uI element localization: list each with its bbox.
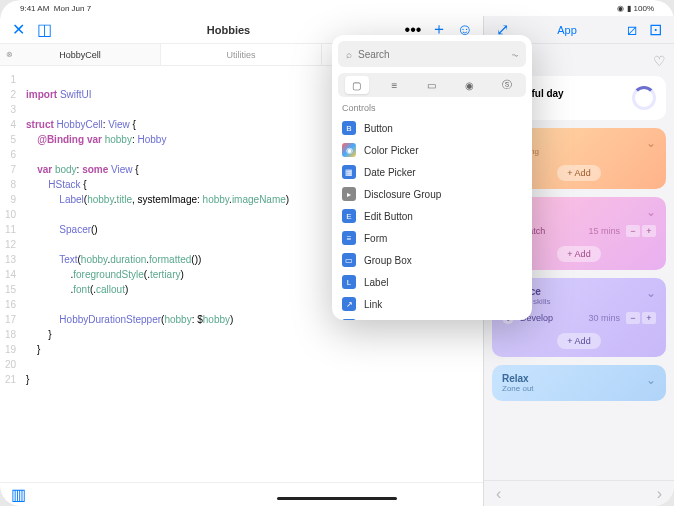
control-icon: ≡ <box>342 231 356 245</box>
sidebar-toggle-icon[interactable]: ◫ <box>36 22 52 38</box>
library-item[interactable]: ▭Group Box <box>332 249 532 271</box>
library-filter-tabs: ▢ ≡ ▭ ◉ ⓢ <box>338 73 526 97</box>
control-icon: ▦ <box>342 165 356 179</box>
battery-icon: ▮ <box>627 4 631 13</box>
symbols-tab-icon[interactable]: ◉ <box>458 76 482 94</box>
library-item[interactable]: ▦Date Picker <box>332 161 532 183</box>
line-gutter: 123456789101112131415161718192021 <box>0 66 22 482</box>
control-icon: ☰ <box>342 319 356 320</box>
duration-stepper[interactable]: −+ <box>626 225 656 237</box>
close-icon[interactable]: ✕ <box>10 22 26 38</box>
prev-icon[interactable]: ‹ <box>496 485 501 503</box>
next-icon[interactable]: › <box>657 485 662 503</box>
document-title: Hobbies <box>62 24 395 36</box>
control-icon: ▭ <box>342 253 356 267</box>
views-tab-icon[interactable]: ▢ <box>345 76 369 94</box>
library-item[interactable]: ≡Form <box>332 227 532 249</box>
library-item[interactable]: EEdit Button <box>332 205 532 227</box>
control-icon: ↗ <box>342 297 356 311</box>
add-button[interactable]: + Add <box>557 165 600 181</box>
settings-icon[interactable]: ⊡ <box>648 22 664 38</box>
control-icon: B <box>342 121 356 135</box>
chevron-down-icon[interactable]: ⌄ <box>646 373 656 387</box>
wifi-icon: ◉ <box>617 4 624 13</box>
control-icon: ◉ <box>342 143 356 157</box>
search-input[interactable] <box>358 49 506 60</box>
add-button[interactable]: + Add <box>557 333 600 349</box>
editor-bottom-bar: ▥ <box>0 482 483 506</box>
progress-ring-icon <box>632 86 656 110</box>
library-item[interactable]: ▸Disclosure Group <box>332 183 532 205</box>
control-icon: ▸ <box>342 187 356 201</box>
library-item[interactable]: ↗Link <box>332 293 532 315</box>
duration-stepper[interactable]: −+ <box>626 312 656 324</box>
preview-pager: ‹ › <box>484 480 674 506</box>
search-icon: ⌕ <box>346 49 352 60</box>
home-indicator[interactable] <box>277 497 397 500</box>
colors-tab-icon[interactable]: ⓢ <box>495 76 519 94</box>
library-list: BButton◉Color Picker▦Date Picker▸Disclos… <box>332 117 532 320</box>
hobby-card[interactable]: RelaxZone out⌄ <box>492 365 666 401</box>
library-item[interactable]: LLabel <box>332 271 532 293</box>
add-button[interactable]: + Add <box>557 246 600 262</box>
media-tab-icon[interactable]: ▭ <box>420 76 444 94</box>
chevron-down-icon[interactable]: ⌄ <box>646 205 656 219</box>
library-search[interactable]: ⌕ ⏦ <box>338 41 526 67</box>
tab-hobbycell[interactable]: ⊗HobbyCell <box>0 44 161 65</box>
library-popover: ⌕ ⏦ ▢ ≡ ▭ ◉ ⓢ Controls BButton◉Color Pic… <box>332 35 532 320</box>
preview-title: App <box>557 24 577 36</box>
library-section-label: Controls <box>332 103 532 117</box>
console-icon[interactable]: ▥ <box>10 487 26 503</box>
library-item[interactable]: BButton <box>332 117 532 139</box>
chevron-down-icon[interactable]: ⌄ <box>646 286 656 300</box>
chart-icon[interactable]: ⧄ <box>624 22 640 38</box>
mic-icon[interactable]: ⏦ <box>512 49 518 60</box>
control-icon: L <box>342 275 356 289</box>
heart-icon[interactable]: ♡ <box>653 53 666 69</box>
library-item[interactable]: ☰List <box>332 315 532 320</box>
chevron-down-icon[interactable]: ⌄ <box>646 136 656 150</box>
status-bar: 9:41 AM Mon Jun 7 ◉ ▮ 100% <box>0 0 674 16</box>
tab-utilities[interactable]: Utilities <box>161 44 322 65</box>
library-item[interactable]: ◉Color Picker <box>332 139 532 161</box>
control-icon: E <box>342 209 356 223</box>
modifiers-tab-icon[interactable]: ≡ <box>382 76 406 94</box>
close-tab-icon[interactable]: ⊗ <box>6 50 13 59</box>
